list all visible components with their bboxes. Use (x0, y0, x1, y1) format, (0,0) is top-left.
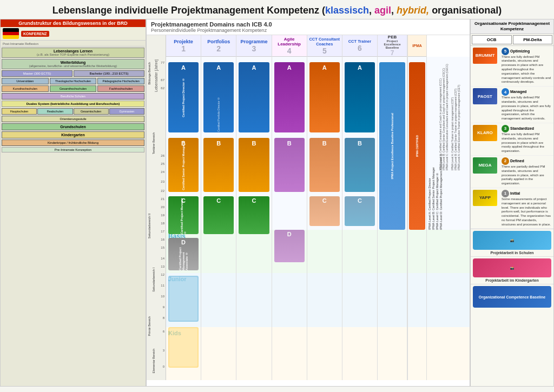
cct-label-3: IPMA Level C: Certified Executive Consul… (445, 62, 449, 170)
age-20: 20 (161, 205, 164, 209)
title-agil: agil (374, 5, 391, 16)
maturity-5-text: There are fully defined PM standards, st… (502, 55, 551, 85)
master-block: Master (300 ECTS) (2, 70, 72, 77)
domain-name-agile: Agile Leadership (273, 37, 306, 46)
peb-title: PEB (388, 35, 397, 39)
age-18: 18 (161, 222, 164, 225)
right-panel: Organisationale Projektmanagement Kompet… (470, 19, 554, 387)
content-row: Grundstruktur des Bildungswesens in der … (0, 19, 554, 387)
age-3: 3 (163, 349, 164, 352)
projekte-level-a-bar: Certified Project Director ® A (168, 62, 199, 132)
middle-header-title: Projektmanagement Domains nach ICB 4.0 (151, 21, 465, 28)
maturity-5-header: 5 Optimizing (502, 48, 551, 55)
cct-t-b-letter: B (358, 140, 362, 147)
portfolios-level-a-bar: A Certified Portfolio Director ® (203, 62, 234, 132)
maturity-3-text: There are fully defined PM standards, st… (502, 132, 551, 154)
cct-c-a-letter: A (322, 64, 327, 71)
agile-a-letter: A (287, 64, 292, 71)
sek1-label: Sekundarbereich I (152, 268, 155, 292)
gym-block: Gymnasien (109, 108, 144, 115)
peb-col: PEB Project Excellence Baseline 7 IPMA P… (378, 35, 407, 380)
projektarbeit-schulen-image: 📸 (473, 231, 551, 250)
left-panel: Grundstruktur des Bildungswesens in der … (0, 19, 146, 387)
ipma-header: IPMA (408, 35, 426, 57)
orient-block: Orientierungsstufe (2, 116, 144, 122)
book-mega: MEGA (473, 157, 500, 174)
theo-block: Theologische Hochschulen (50, 78, 97, 84)
age-10: 10 (161, 295, 164, 298)
icb-level-a-text: IPMA Level A: Certified Project Director (428, 67, 432, 230)
domain-number-agile: 4 (287, 46, 292, 55)
projekte-kids-img (169, 328, 197, 367)
agile-d-letter: D (287, 231, 292, 237)
domain-number-cct-consultant: 5 (322, 46, 327, 55)
hochschule-area2: Kunsthochschulen Gesamthochschulen Fachh… (2, 85, 144, 92)
uni-block: Universitäten (2, 78, 49, 84)
icb-level-b-text: IPMA Level B: Certified Senior Project M… (432, 67, 436, 230)
maturity-level-2-badge: 2 (502, 157, 509, 165)
pre-intramate: Pre-Intramate Konzeption (2, 147, 144, 152)
agile-level-d-bar: D (274, 230, 305, 262)
peb-subtitle: Project Excellence Baseline (378, 39, 406, 49)
domain-header-cct-trainer: CCT Trainer 6 (342, 35, 377, 57)
book-cover-yapp: YAPP (473, 190, 497, 206)
projekte-c-letter: C (181, 197, 186, 204)
main-title: Lebenslange individuelle Projektmanageme… (0, 0, 554, 19)
age-15: 15 (161, 246, 164, 249)
lifelong-box: Lebenslanges Lernen (z.B. als Senior TOP… (2, 48, 144, 58)
maturity-item-2: MEGA 2 Defined There are partially defin… (471, 156, 553, 188)
brd-logo (3, 28, 19, 39)
maturity-item-5: BRUMMT 5 Optimizing There are fully defi… (471, 46, 553, 87)
domain-name-cct-trainer: CCT Trainer (348, 39, 372, 44)
projektarbeit-kinder-section: 📸 Projektarbeit im Kindergarten (471, 256, 553, 284)
maturity-5-title: Optimizing (510, 49, 530, 53)
duales-system: Duales System (betriebliche Ausbildung u… (2, 101, 144, 107)
pmdelta-box: PM-Delta (513, 35, 553, 44)
projekte-kids-bar (168, 327, 199, 368)
age-23: 23 (161, 180, 164, 183)
domain-col-agile: Agile Leadership 4 A B D (272, 35, 307, 380)
title-main: Lebenslange individuelle Projektmanageme… (52, 5, 319, 16)
fach-block: Fachhochschulen (97, 85, 144, 92)
cct-c-b-letter: B (322, 140, 327, 147)
maturity-2-title: Defined (510, 159, 524, 163)
brd-structure: Post-Intramate Reflexion Lebenslanges Le… (2, 42, 144, 382)
age-77: 77 (161, 61, 164, 64)
sek2-label: Sekundarbereich II (148, 214, 151, 238)
age-24: 24 (161, 170, 164, 174)
domain-col-programme: Programme 3 A B C (236, 35, 272, 380)
post-intramate: Post-Intramate Reflexion (2, 42, 144, 46)
programme-level-b-bar: B (239, 138, 269, 192)
real-block: Realschulen (37, 108, 72, 115)
middle-panel: Projektmanagement Domains nach ICB 4.0 P… (146, 19, 470, 387)
projekte-level-c-bar: Certified Project Manager ® C (168, 196, 199, 234)
book-cover-paost: PAOST (473, 88, 497, 104)
portfolios-c-letter: C (216, 197, 221, 204)
domain-col-portfolios: Portfolios 2 A Certified Portfolio Direc… (201, 35, 236, 380)
maturity-2-content: 2 Defined There are partially defined PM… (502, 157, 551, 186)
maturity-1-content: 1 Initial Some measurements of project m… (502, 190, 551, 227)
ocb-header: OCB PM-Delta (471, 34, 553, 46)
programme-level-c-bar: C (239, 196, 269, 234)
maturity-level-3-badge: 3 (502, 125, 509, 132)
bildung-bereich-label: Bildungs-Bereich (148, 62, 151, 85)
middle-header-subtitle: Personenindividuelle Projektmanagement K… (151, 28, 465, 33)
book-cover-brummt: BRUMMT (473, 48, 497, 64)
weiterbildung-label: Weiterbildung (3, 61, 143, 64)
age-25: 25 (161, 162, 164, 165)
maturity-3-content: 3 Standardized There are fully defined P… (502, 125, 551, 154)
maturity-5-content: 5 Optimizing There are fully defined PM … (502, 48, 551, 85)
maturity-3-title: Standardized (510, 127, 534, 130)
maturity-2-header: 2 Defined (502, 157, 551, 165)
projektarbeit-kinder-img-text: 📸 (510, 266, 514, 270)
age-17: 17 (161, 230, 164, 233)
domain-name-projekte: Projekte (174, 39, 193, 44)
title-klassisch: klassisch (325, 5, 369, 16)
projektarbeit-kinder-image: 📸 (473, 258, 551, 277)
age-axis: Lebensalter [Jahre] 77 67 62 26 25 24 23… (147, 35, 166, 380)
age-12: 12 (161, 273, 164, 276)
maturity-1-text: Some measurements of project management … (502, 197, 551, 227)
maturity-2-text: There are partially defined PM standards… (502, 165, 551, 186)
age-8: 8 (163, 316, 164, 320)
age-6: 6 (163, 330, 164, 333)
